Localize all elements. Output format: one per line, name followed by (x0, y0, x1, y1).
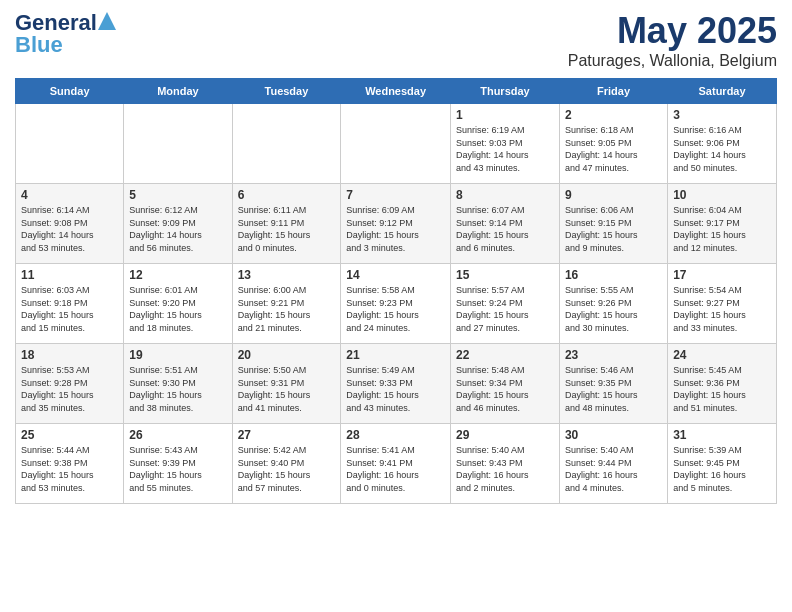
calendar-cell: 23Sunrise: 5:46 AM Sunset: 9:35 PM Dayli… (559, 344, 667, 424)
day-info: Sunrise: 6:03 AM Sunset: 9:18 PM Dayligh… (21, 284, 118, 334)
calendar-cell: 27Sunrise: 5:42 AM Sunset: 9:40 PM Dayli… (232, 424, 341, 504)
svg-marker-0 (98, 12, 116, 30)
day-number: 25 (21, 428, 118, 442)
day-number: 29 (456, 428, 554, 442)
weekday-header-monday: Monday (124, 79, 232, 104)
day-number: 23 (565, 348, 662, 362)
day-info: Sunrise: 5:50 AM Sunset: 9:31 PM Dayligh… (238, 364, 336, 414)
day-number: 2 (565, 108, 662, 122)
day-info: Sunrise: 5:48 AM Sunset: 9:34 PM Dayligh… (456, 364, 554, 414)
day-info: Sunrise: 5:45 AM Sunset: 9:36 PM Dayligh… (673, 364, 771, 414)
day-info: Sunrise: 6:11 AM Sunset: 9:11 PM Dayligh… (238, 204, 336, 254)
day-info: Sunrise: 6:07 AM Sunset: 9:14 PM Dayligh… (456, 204, 554, 254)
logo: General Blue (15, 10, 116, 58)
day-number: 17 (673, 268, 771, 282)
day-number: 26 (129, 428, 226, 442)
calendar-cell: 18Sunrise: 5:53 AM Sunset: 9:28 PM Dayli… (16, 344, 124, 424)
calendar-cell: 19Sunrise: 5:51 AM Sunset: 9:30 PM Dayli… (124, 344, 232, 424)
day-info: Sunrise: 6:00 AM Sunset: 9:21 PM Dayligh… (238, 284, 336, 334)
week-row-4: 18Sunrise: 5:53 AM Sunset: 9:28 PM Dayli… (16, 344, 777, 424)
calendar-cell: 1Sunrise: 6:19 AM Sunset: 9:03 PM Daylig… (450, 104, 559, 184)
day-number: 30 (565, 428, 662, 442)
weekday-header-thursday: Thursday (450, 79, 559, 104)
day-number: 16 (565, 268, 662, 282)
week-row-2: 4Sunrise: 6:14 AM Sunset: 9:08 PM Daylig… (16, 184, 777, 264)
calendar-cell: 4Sunrise: 6:14 AM Sunset: 9:08 PM Daylig… (16, 184, 124, 264)
calendar-cell: 11Sunrise: 6:03 AM Sunset: 9:18 PM Dayli… (16, 264, 124, 344)
day-number: 1 (456, 108, 554, 122)
calendar-cell: 10Sunrise: 6:04 AM Sunset: 9:17 PM Dayli… (668, 184, 777, 264)
day-info: Sunrise: 5:39 AM Sunset: 9:45 PM Dayligh… (673, 444, 771, 494)
calendar-cell: 31Sunrise: 5:39 AM Sunset: 9:45 PM Dayli… (668, 424, 777, 504)
calendar-cell: 2Sunrise: 6:18 AM Sunset: 9:05 PM Daylig… (559, 104, 667, 184)
day-info: Sunrise: 5:44 AM Sunset: 9:38 PM Dayligh… (21, 444, 118, 494)
calendar-cell: 28Sunrise: 5:41 AM Sunset: 9:41 PM Dayli… (341, 424, 451, 504)
day-number: 10 (673, 188, 771, 202)
calendar-cell: 8Sunrise: 6:07 AM Sunset: 9:14 PM Daylig… (450, 184, 559, 264)
day-number: 12 (129, 268, 226, 282)
day-number: 18 (21, 348, 118, 362)
day-info: Sunrise: 6:18 AM Sunset: 9:05 PM Dayligh… (565, 124, 662, 174)
page-header: General Blue May 2025 Paturages, Walloni… (15, 10, 777, 70)
calendar-cell: 14Sunrise: 5:58 AM Sunset: 9:23 PM Dayli… (341, 264, 451, 344)
day-number: 22 (456, 348, 554, 362)
calendar-cell: 25Sunrise: 5:44 AM Sunset: 9:38 PM Dayli… (16, 424, 124, 504)
weekday-header-saturday: Saturday (668, 79, 777, 104)
day-number: 28 (346, 428, 445, 442)
day-number: 13 (238, 268, 336, 282)
day-info: Sunrise: 6:16 AM Sunset: 9:06 PM Dayligh… (673, 124, 771, 174)
day-number: 11 (21, 268, 118, 282)
weekday-header-row: SundayMondayTuesdayWednesdayThursdayFrid… (16, 79, 777, 104)
calendar-cell: 9Sunrise: 6:06 AM Sunset: 9:15 PM Daylig… (559, 184, 667, 264)
day-number: 9 (565, 188, 662, 202)
calendar-cell: 15Sunrise: 5:57 AM Sunset: 9:24 PM Dayli… (450, 264, 559, 344)
day-info: Sunrise: 5:58 AM Sunset: 9:23 PM Dayligh… (346, 284, 445, 334)
day-info: Sunrise: 5:41 AM Sunset: 9:41 PM Dayligh… (346, 444, 445, 494)
calendar-cell: 30Sunrise: 5:40 AM Sunset: 9:44 PM Dayli… (559, 424, 667, 504)
calendar-title: May 2025 (568, 10, 777, 52)
weekday-header-friday: Friday (559, 79, 667, 104)
day-info: Sunrise: 5:55 AM Sunset: 9:26 PM Dayligh… (565, 284, 662, 334)
day-number: 3 (673, 108, 771, 122)
day-number: 27 (238, 428, 336, 442)
day-number: 19 (129, 348, 226, 362)
calendar-cell: 7Sunrise: 6:09 AM Sunset: 9:12 PM Daylig… (341, 184, 451, 264)
day-info: Sunrise: 6:01 AM Sunset: 9:20 PM Dayligh… (129, 284, 226, 334)
calendar-cell: 16Sunrise: 5:55 AM Sunset: 9:26 PM Dayli… (559, 264, 667, 344)
day-info: Sunrise: 5:54 AM Sunset: 9:27 PM Dayligh… (673, 284, 771, 334)
weekday-header-tuesday: Tuesday (232, 79, 341, 104)
day-info: Sunrise: 6:04 AM Sunset: 9:17 PM Dayligh… (673, 204, 771, 254)
day-number: 15 (456, 268, 554, 282)
calendar-cell: 5Sunrise: 6:12 AM Sunset: 9:09 PM Daylig… (124, 184, 232, 264)
calendar-cell (16, 104, 124, 184)
day-number: 4 (21, 188, 118, 202)
logo-arrow-icon (98, 12, 116, 30)
weekday-header-sunday: Sunday (16, 79, 124, 104)
week-row-5: 25Sunrise: 5:44 AM Sunset: 9:38 PM Dayli… (16, 424, 777, 504)
logo-blue-text: Blue (15, 32, 63, 58)
day-info: Sunrise: 5:49 AM Sunset: 9:33 PM Dayligh… (346, 364, 445, 414)
calendar-subtitle: Paturages, Wallonia, Belgium (568, 52, 777, 70)
day-info: Sunrise: 5:51 AM Sunset: 9:30 PM Dayligh… (129, 364, 226, 414)
day-info: Sunrise: 5:57 AM Sunset: 9:24 PM Dayligh… (456, 284, 554, 334)
calendar-cell: 13Sunrise: 6:00 AM Sunset: 9:21 PM Dayli… (232, 264, 341, 344)
day-number: 20 (238, 348, 336, 362)
calendar-cell (124, 104, 232, 184)
day-info: Sunrise: 6:12 AM Sunset: 9:09 PM Dayligh… (129, 204, 226, 254)
calendar-cell: 29Sunrise: 5:40 AM Sunset: 9:43 PM Dayli… (450, 424, 559, 504)
day-info: Sunrise: 6:09 AM Sunset: 9:12 PM Dayligh… (346, 204, 445, 254)
day-info: Sunrise: 5:40 AM Sunset: 9:44 PM Dayligh… (565, 444, 662, 494)
calendar-cell: 21Sunrise: 5:49 AM Sunset: 9:33 PM Dayli… (341, 344, 451, 424)
weekday-header-wednesday: Wednesday (341, 79, 451, 104)
day-info: Sunrise: 5:40 AM Sunset: 9:43 PM Dayligh… (456, 444, 554, 494)
day-number: 5 (129, 188, 226, 202)
day-info: Sunrise: 5:42 AM Sunset: 9:40 PM Dayligh… (238, 444, 336, 494)
day-number: 7 (346, 188, 445, 202)
day-number: 6 (238, 188, 336, 202)
calendar-cell: 12Sunrise: 6:01 AM Sunset: 9:20 PM Dayli… (124, 264, 232, 344)
calendar-cell (232, 104, 341, 184)
day-info: Sunrise: 5:43 AM Sunset: 9:39 PM Dayligh… (129, 444, 226, 494)
calendar-cell: 20Sunrise: 5:50 AM Sunset: 9:31 PM Dayli… (232, 344, 341, 424)
calendar-cell: 26Sunrise: 5:43 AM Sunset: 9:39 PM Dayli… (124, 424, 232, 504)
day-number: 14 (346, 268, 445, 282)
